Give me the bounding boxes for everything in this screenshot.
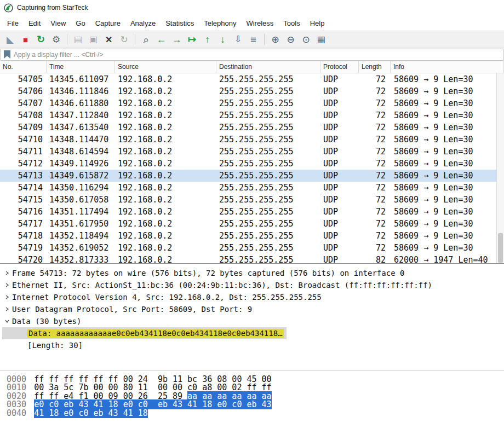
stop-capture-icon[interactable]: ■ bbox=[18, 33, 33, 47]
colorize-icon[interactable]: ≡ bbox=[246, 33, 261, 47]
vertical-scrollbar[interactable] bbox=[496, 73, 504, 263]
cell-destination: 255.255.255.255 bbox=[216, 242, 320, 254]
save-file-icon[interactable]: ▣ bbox=[86, 33, 101, 47]
hex-offset: 0040 bbox=[7, 408, 26, 418]
packet-row-54707[interactable]: 5470714346.611880192.168.0.2255.255.255.… bbox=[0, 97, 504, 109]
cell-source: 192.168.0.2 bbox=[115, 109, 216, 121]
cell-time: 14352.118494 bbox=[47, 230, 115, 242]
scrollbar-thumb[interactable] bbox=[498, 233, 503, 263]
detail-ethernet[interactable]: Ethernet II, Src: ActionSt_11:bc:36 (00:… bbox=[2, 279, 504, 291]
menu-file[interactable]: File bbox=[2, 16, 24, 30]
reload-icon[interactable]: ↻ bbox=[117, 33, 131, 47]
menu-statistics[interactable]: Statistics bbox=[161, 16, 199, 30]
expand-icon[interactable] bbox=[2, 306, 12, 312]
display-filter-field[interactable] bbox=[1, 49, 503, 61]
hex-line-0040[interactable]: 004041 18 e0 c0 eb 43 41 18 bbox=[7, 409, 504, 418]
detail-data-protocol[interactable]: Data (30 bytes) bbox=[2, 315, 504, 327]
cell-no: 54712 bbox=[0, 158, 47, 170]
capture-options-icon[interactable]: ⚙ bbox=[49, 33, 64, 47]
detail-udp[interactable]: User Datagram Protocol, Src Port: 58609,… bbox=[2, 303, 504, 315]
packet-row-54709[interactable]: 5470914347.613540192.168.0.2255.255.255.… bbox=[0, 121, 504, 134]
cell-length: 72 bbox=[359, 242, 391, 254]
detail-text: Internet Protocol Version 4, Src: 192.16… bbox=[12, 293, 322, 302]
packet-row-54715[interactable]: 5471514350.617058192.168.0.2255.255.255.… bbox=[0, 194, 504, 206]
column-header-source[interactable]: Source bbox=[115, 61, 216, 73]
packet-row-54717[interactable]: 5471714351.617950192.168.0.2255.255.255.… bbox=[0, 218, 504, 230]
menu-help[interactable]: Help bbox=[305, 16, 330, 30]
packet-row-54720[interactable]: 5472014352.817333192.168.0.2255.255.255.… bbox=[0, 254, 504, 263]
toolbar-separator bbox=[135, 34, 135, 45]
column-header-length[interactable]: Length bbox=[359, 61, 391, 73]
menu-edit[interactable]: Edit bbox=[24, 16, 45, 30]
zoom-original-icon[interactable]: ⊙ bbox=[299, 33, 313, 47]
cell-time: 14346.111846 bbox=[47, 85, 115, 97]
cell-time: 14352.619052 bbox=[47, 242, 115, 254]
zoom-out-icon[interactable]: ⊖ bbox=[283, 33, 298, 47]
start-capture-icon[interactable]: ◣ bbox=[3, 33, 18, 47]
detail-data-length[interactable]: [Length: 30] bbox=[2, 339, 504, 351]
detail-text: [Length: 30] bbox=[27, 341, 83, 350]
close-file-icon[interactable]: × bbox=[101, 33, 116, 47]
detail-text: Frame 54713: 72 bytes on wire (576 bits)… bbox=[12, 269, 404, 277]
go-to-top-icon[interactable]: ↑ bbox=[200, 33, 215, 47]
cell-source: 192.168.0.2 bbox=[115, 182, 216, 194]
go-forward-icon[interactable]: → bbox=[169, 33, 184, 47]
detail-frame[interactable]: Frame 54713: 72 bytes on wire (576 bits)… bbox=[2, 267, 504, 279]
column-header-no[interactable]: No. bbox=[0, 61, 47, 73]
find-packet-icon[interactable]: ⌕ bbox=[139, 33, 153, 47]
packet-row-54711[interactable]: 5471114348.614594192.168.0.2255.255.255.… bbox=[0, 146, 504, 158]
cell-no: 54715 bbox=[0, 194, 47, 206]
resize-columns-icon[interactable]: ▦ bbox=[314, 33, 329, 47]
cell-info: 58609 → 9 Len=30 bbox=[391, 85, 504, 97]
menu-view[interactable]: View bbox=[45, 16, 71, 30]
packet-row-54712[interactable]: 5471214349.114926192.168.0.2255.255.255.… bbox=[0, 158, 504, 170]
menu-telephony[interactable]: Telephony bbox=[199, 16, 241, 30]
menu-tools[interactable]: Tools bbox=[278, 16, 305, 30]
expand-icon[interactable] bbox=[2, 282, 12, 288]
auto-scroll-icon[interactable]: ⇩ bbox=[231, 33, 245, 47]
packet-row-54708[interactable]: 5470814347.112840192.168.0.2255.255.255.… bbox=[0, 109, 504, 121]
column-header-protocol[interactable]: Protocol bbox=[320, 61, 359, 73]
packet-row-54706[interactable]: 5470614346.111846192.168.0.2255.255.255.… bbox=[0, 85, 504, 97]
packet-row-54710[interactable]: 5471014348.114470192.168.0.2255.255.255.… bbox=[0, 134, 504, 146]
go-to-packet-icon[interactable]: ↦ bbox=[185, 33, 199, 47]
go-to-bottom-icon[interactable]: ↓ bbox=[215, 33, 230, 47]
detail-ip[interactable]: Internet Protocol Version 4, Src: 192.16… bbox=[2, 291, 504, 303]
expand-icon[interactable] bbox=[2, 294, 12, 300]
cell-protocol: UDP bbox=[320, 97, 359, 109]
packet-row-54719[interactable]: 5471914352.619052192.168.0.2255.255.255.… bbox=[0, 242, 504, 254]
restart-capture-icon[interactable]: ↻ bbox=[33, 33, 48, 47]
column-header-time[interactable]: Time bbox=[47, 61, 115, 73]
column-header-info[interactable]: Info bbox=[391, 61, 504, 73]
column-header-destination[interactable]: Destination bbox=[216, 61, 320, 73]
menu-go[interactable]: Go bbox=[71, 16, 90, 30]
bookmark-icon[interactable] bbox=[4, 50, 10, 59]
display-filter-input[interactable] bbox=[14, 51, 503, 59]
open-file-icon[interactable]: ▤ bbox=[71, 33, 85, 47]
cell-length: 72 bbox=[359, 170, 391, 182]
packet-row-54705[interactable]: 5470514345.611097192.168.0.2255.255.255.… bbox=[0, 73, 504, 85]
detail-data-field[interactable]: Data: aaaaaaaaaaaae0c0eb434118e0c0eb4341… bbox=[2, 327, 287, 339]
cell-time: 14347.613540 bbox=[47, 121, 115, 134]
packet-row-54716[interactable]: 5471614351.117494192.168.0.2255.255.255.… bbox=[0, 206, 504, 218]
packet-row-54713[interactable]: 5471314349.615872192.168.0.2255.255.255.… bbox=[0, 170, 504, 182]
cell-length: 72 bbox=[359, 73, 391, 85]
packet-row-54718[interactable]: 5471814352.118494192.168.0.2255.255.255.… bbox=[0, 230, 504, 242]
cell-source: 192.168.0.2 bbox=[115, 146, 216, 158]
cell-protocol: UDP bbox=[320, 218, 359, 230]
menu-capture[interactable]: Capture bbox=[90, 16, 125, 30]
menu-wireless[interactable]: Wireless bbox=[241, 16, 278, 30]
cell-destination: 255.255.255.255 bbox=[216, 254, 320, 263]
expand-icon[interactable] bbox=[2, 270, 12, 276]
cell-info: 58609 → 9 Len=30 bbox=[391, 97, 504, 109]
menu-analyze[interactable]: Analyze bbox=[125, 16, 161, 30]
cell-no: 54717 bbox=[0, 218, 47, 230]
go-back-icon[interactable]: ← bbox=[154, 33, 169, 47]
cell-destination: 255.255.255.255 bbox=[216, 206, 320, 218]
cell-info: 58609 → 9 Len=30 bbox=[391, 146, 504, 158]
cell-no: 54718 bbox=[0, 230, 47, 242]
packet-row-54714[interactable]: 5471414350.116294192.168.0.2255.255.255.… bbox=[0, 182, 504, 194]
collapse-icon[interactable] bbox=[2, 318, 12, 324]
cell-source: 192.168.0.2 bbox=[115, 242, 216, 254]
zoom-in-icon[interactable]: ⊕ bbox=[268, 33, 283, 47]
